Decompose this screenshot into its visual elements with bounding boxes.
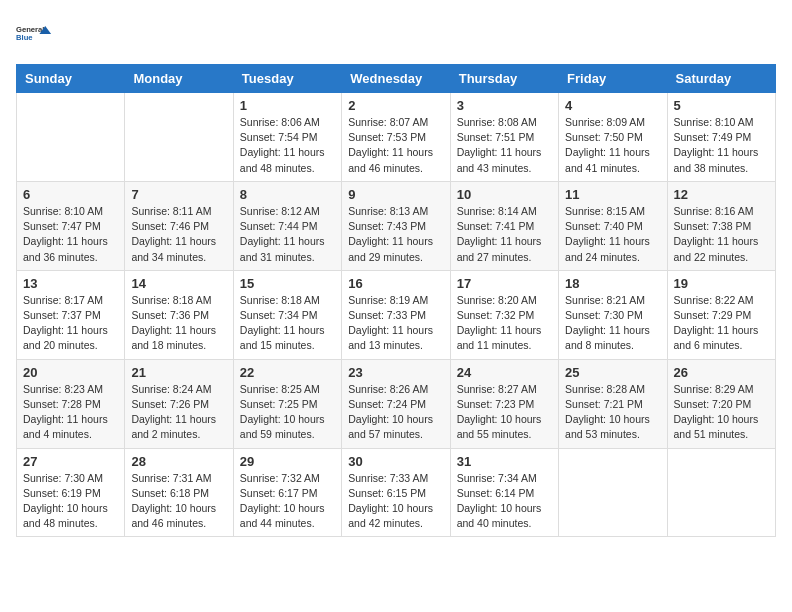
day-info: Sunrise: 8:08 AMSunset: 7:51 PMDaylight:… — [457, 115, 552, 176]
day-number: 1 — [240, 98, 335, 113]
calendar-week: 27Sunrise: 7:30 AMSunset: 6:19 PMDayligh… — [17, 448, 776, 537]
day-info: Sunrise: 8:06 AMSunset: 7:54 PMDaylight:… — [240, 115, 335, 176]
day-info: Sunrise: 8:28 AMSunset: 7:21 PMDaylight:… — [565, 382, 660, 443]
calendar-cell: 5Sunrise: 8:10 AMSunset: 7:49 PMDaylight… — [667, 93, 775, 182]
day-header: Friday — [559, 65, 667, 93]
calendar-cell: 15Sunrise: 8:18 AMSunset: 7:34 PMDayligh… — [233, 270, 341, 359]
day-info: Sunrise: 8:18 AMSunset: 7:36 PMDaylight:… — [131, 293, 226, 354]
day-info: Sunrise: 8:20 AMSunset: 7:32 PMDaylight:… — [457, 293, 552, 354]
calendar-cell: 31Sunrise: 7:34 AMSunset: 6:14 PMDayligh… — [450, 448, 558, 537]
day-info: Sunrise: 7:34 AMSunset: 6:14 PMDaylight:… — [457, 471, 552, 532]
header-row: SundayMondayTuesdayWednesdayThursdayFrid… — [17, 65, 776, 93]
calendar-cell: 28Sunrise: 7:31 AMSunset: 6:18 PMDayligh… — [125, 448, 233, 537]
day-number: 24 — [457, 365, 552, 380]
svg-text:Blue: Blue — [16, 33, 33, 42]
day-info: Sunrise: 8:24 AMSunset: 7:26 PMDaylight:… — [131, 382, 226, 443]
calendar-cell: 17Sunrise: 8:20 AMSunset: 7:32 PMDayligh… — [450, 270, 558, 359]
day-number: 17 — [457, 276, 552, 291]
day-number: 26 — [674, 365, 769, 380]
day-number: 8 — [240, 187, 335, 202]
calendar-cell: 7Sunrise: 8:11 AMSunset: 7:46 PMDaylight… — [125, 181, 233, 270]
day-info: Sunrise: 8:21 AMSunset: 7:30 PMDaylight:… — [565, 293, 660, 354]
day-number: 25 — [565, 365, 660, 380]
day-header: Thursday — [450, 65, 558, 93]
svg-text:General: General — [16, 25, 44, 34]
day-number: 6 — [23, 187, 118, 202]
day-header: Monday — [125, 65, 233, 93]
day-info: Sunrise: 8:23 AMSunset: 7:28 PMDaylight:… — [23, 382, 118, 443]
calendar-cell — [559, 448, 667, 537]
day-info: Sunrise: 8:07 AMSunset: 7:53 PMDaylight:… — [348, 115, 443, 176]
day-number: 3 — [457, 98, 552, 113]
calendar-cell — [17, 93, 125, 182]
day-header: Saturday — [667, 65, 775, 93]
calendar-cell: 18Sunrise: 8:21 AMSunset: 7:30 PMDayligh… — [559, 270, 667, 359]
day-number: 9 — [348, 187, 443, 202]
day-number: 13 — [23, 276, 118, 291]
calendar-cell: 30Sunrise: 7:33 AMSunset: 6:15 PMDayligh… — [342, 448, 450, 537]
day-info: Sunrise: 8:14 AMSunset: 7:41 PMDaylight:… — [457, 204, 552, 265]
day-info: Sunrise: 8:16 AMSunset: 7:38 PMDaylight:… — [674, 204, 769, 265]
day-number: 18 — [565, 276, 660, 291]
day-number: 30 — [348, 454, 443, 469]
calendar-cell: 6Sunrise: 8:10 AMSunset: 7:47 PMDaylight… — [17, 181, 125, 270]
header: GeneralBlue — [16, 16, 776, 52]
calendar-week: 13Sunrise: 8:17 AMSunset: 7:37 PMDayligh… — [17, 270, 776, 359]
day-info: Sunrise: 7:32 AMSunset: 6:17 PMDaylight:… — [240, 471, 335, 532]
day-number: 10 — [457, 187, 552, 202]
day-header: Wednesday — [342, 65, 450, 93]
day-number: 2 — [348, 98, 443, 113]
day-info: Sunrise: 7:33 AMSunset: 6:15 PMDaylight:… — [348, 471, 443, 532]
day-number: 16 — [348, 276, 443, 291]
day-number: 22 — [240, 365, 335, 380]
calendar-cell: 16Sunrise: 8:19 AMSunset: 7:33 PMDayligh… — [342, 270, 450, 359]
day-info: Sunrise: 8:09 AMSunset: 7:50 PMDaylight:… — [565, 115, 660, 176]
calendar-cell: 23Sunrise: 8:26 AMSunset: 7:24 PMDayligh… — [342, 359, 450, 448]
calendar-cell: 21Sunrise: 8:24 AMSunset: 7:26 PMDayligh… — [125, 359, 233, 448]
calendar-cell: 14Sunrise: 8:18 AMSunset: 7:36 PMDayligh… — [125, 270, 233, 359]
day-number: 7 — [131, 187, 226, 202]
day-info: Sunrise: 8:22 AMSunset: 7:29 PMDaylight:… — [674, 293, 769, 354]
day-number: 11 — [565, 187, 660, 202]
calendar-cell: 20Sunrise: 8:23 AMSunset: 7:28 PMDayligh… — [17, 359, 125, 448]
calendar-cell: 9Sunrise: 8:13 AMSunset: 7:43 PMDaylight… — [342, 181, 450, 270]
calendar-cell: 27Sunrise: 7:30 AMSunset: 6:19 PMDayligh… — [17, 448, 125, 537]
day-number: 27 — [23, 454, 118, 469]
calendar-cell — [667, 448, 775, 537]
calendar-cell — [125, 93, 233, 182]
day-number: 4 — [565, 98, 660, 113]
day-number: 5 — [674, 98, 769, 113]
logo: GeneralBlue — [16, 16, 52, 52]
day-info: Sunrise: 8:13 AMSunset: 7:43 PMDaylight:… — [348, 204, 443, 265]
calendar-cell: 19Sunrise: 8:22 AMSunset: 7:29 PMDayligh… — [667, 270, 775, 359]
day-info: Sunrise: 8:15 AMSunset: 7:40 PMDaylight:… — [565, 204, 660, 265]
day-info: Sunrise: 8:10 AMSunset: 7:47 PMDaylight:… — [23, 204, 118, 265]
day-number: 29 — [240, 454, 335, 469]
day-number: 28 — [131, 454, 226, 469]
calendar-cell: 4Sunrise: 8:09 AMSunset: 7:50 PMDaylight… — [559, 93, 667, 182]
calendar-cell: 29Sunrise: 7:32 AMSunset: 6:17 PMDayligh… — [233, 448, 341, 537]
day-number: 23 — [348, 365, 443, 380]
day-info: Sunrise: 8:18 AMSunset: 7:34 PMDaylight:… — [240, 293, 335, 354]
day-number: 15 — [240, 276, 335, 291]
calendar-cell: 22Sunrise: 8:25 AMSunset: 7:25 PMDayligh… — [233, 359, 341, 448]
day-info: Sunrise: 8:25 AMSunset: 7:25 PMDaylight:… — [240, 382, 335, 443]
day-info: Sunrise: 8:17 AMSunset: 7:37 PMDaylight:… — [23, 293, 118, 354]
calendar-cell: 26Sunrise: 8:29 AMSunset: 7:20 PMDayligh… — [667, 359, 775, 448]
day-number: 31 — [457, 454, 552, 469]
day-info: Sunrise: 7:30 AMSunset: 6:19 PMDaylight:… — [23, 471, 118, 532]
day-info: Sunrise: 8:27 AMSunset: 7:23 PMDaylight:… — [457, 382, 552, 443]
calendar-week: 6Sunrise: 8:10 AMSunset: 7:47 PMDaylight… — [17, 181, 776, 270]
day-info: Sunrise: 7:31 AMSunset: 6:18 PMDaylight:… — [131, 471, 226, 532]
day-number: 19 — [674, 276, 769, 291]
day-info: Sunrise: 8:19 AMSunset: 7:33 PMDaylight:… — [348, 293, 443, 354]
day-info: Sunrise: 8:10 AMSunset: 7:49 PMDaylight:… — [674, 115, 769, 176]
calendar-cell: 12Sunrise: 8:16 AMSunset: 7:38 PMDayligh… — [667, 181, 775, 270]
day-number: 12 — [674, 187, 769, 202]
calendar-week: 20Sunrise: 8:23 AMSunset: 7:28 PMDayligh… — [17, 359, 776, 448]
day-header: Sunday — [17, 65, 125, 93]
calendar-cell: 1Sunrise: 8:06 AMSunset: 7:54 PMDaylight… — [233, 93, 341, 182]
calendar-cell: 2Sunrise: 8:07 AMSunset: 7:53 PMDaylight… — [342, 93, 450, 182]
calendar-cell: 25Sunrise: 8:28 AMSunset: 7:21 PMDayligh… — [559, 359, 667, 448]
day-info: Sunrise: 8:12 AMSunset: 7:44 PMDaylight:… — [240, 204, 335, 265]
